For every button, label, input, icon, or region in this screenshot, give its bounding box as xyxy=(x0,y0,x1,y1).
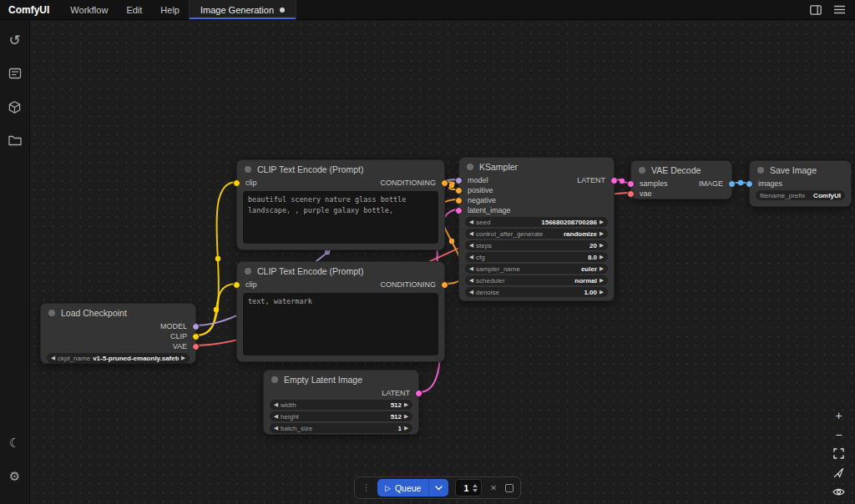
input-port-vae[interactable] xyxy=(627,190,635,198)
widget-batch-size[interactable]: ◀ batch_size 1 ▶ xyxy=(270,423,412,433)
prompt-text-area[interactable]: text, watermark xyxy=(243,293,438,355)
link-midpoint-dot[interactable] xyxy=(215,256,220,261)
decrement-icon[interactable]: ◀ xyxy=(469,290,473,295)
decrement-icon[interactable]: ◀ xyxy=(469,231,473,237)
increment-icon[interactable] xyxy=(473,484,478,487)
widget-sampler-name[interactable]: ◀ sampler_name euler ▶ xyxy=(465,264,608,274)
node-header[interactable]: Load Checkpoint xyxy=(41,304,195,321)
node-clip-text-encode-positive[interactable]: CLIP Text Encode (Prompt) clip CONDITION… xyxy=(236,159,445,250)
node-canvas[interactable]: Load Checkpoint MODEL CLIP VAE ◀ ckpt_na… xyxy=(30,20,855,504)
link-midpoint-dot[interactable] xyxy=(214,307,219,312)
increment-icon[interactable]: ▶ xyxy=(600,290,604,295)
link-midpoint-dot[interactable] xyxy=(620,179,625,184)
increment-icon[interactable]: ▶ xyxy=(600,231,604,237)
chevron-down-icon[interactable] xyxy=(429,486,448,491)
output-port-conditioning[interactable] xyxy=(441,281,448,289)
menu-edit[interactable]: Edit xyxy=(117,0,151,19)
decrement-icon[interactable]: ◀ xyxy=(469,243,473,249)
decrement-icon[interactable]: ◀ xyxy=(469,266,473,272)
decrement-icon[interactable]: ◀ xyxy=(469,278,473,284)
increment-icon[interactable]: ▶ xyxy=(600,243,604,249)
link-midpoint-dot[interactable] xyxy=(449,183,454,188)
node-load-checkpoint[interactable]: Load Checkpoint MODEL CLIP VAE ◀ ckpt_na… xyxy=(40,303,196,364)
gear-icon[interactable]: ⚙ xyxy=(3,464,28,489)
queue-button[interactable]: ▷ Queue xyxy=(377,479,448,496)
output-port-model[interactable] xyxy=(192,323,200,330)
node-ksampler[interactable]: KSampler model LATENT positive negative … xyxy=(458,157,615,301)
decrement-icon[interactable]: ◀ xyxy=(469,255,473,260)
history-icon[interactable]: ↺ xyxy=(3,28,28,53)
widget-height[interactable]: ◀ height 512 ▶ xyxy=(270,411,412,421)
node-header[interactable]: Save Image xyxy=(750,161,851,179)
input-port-positive[interactable] xyxy=(455,187,463,194)
node-header[interactable]: CLIP Text Encode (Prompt) xyxy=(237,262,444,280)
node-header[interactable]: KSampler xyxy=(459,158,614,175)
output-port-latent[interactable] xyxy=(415,390,422,397)
input-port-clip[interactable] xyxy=(233,179,240,187)
collapse-dot[interactable] xyxy=(639,167,645,174)
widget-denoise[interactable]: ◀ denoise 1.00 ▶ xyxy=(465,287,608,297)
input-port-images[interactable] xyxy=(746,180,753,188)
tab-image-generation[interactable]: Image Generation xyxy=(189,0,296,19)
widget-scheduler[interactable]: ◀ scheduler normal ▶ xyxy=(465,275,608,285)
queue-icon[interactable] xyxy=(3,61,28,86)
node-empty-latent-image[interactable]: Empty Latent Image LATENT ◀ width 512 ▶ … xyxy=(263,370,419,435)
toggle-links-eye-icon[interactable] xyxy=(832,486,846,498)
increment-icon[interactable]: ▶ xyxy=(600,255,604,260)
input-port-clip[interactable] xyxy=(233,281,240,289)
output-port-image[interactable] xyxy=(728,180,736,188)
collapse-dot[interactable] xyxy=(245,268,251,275)
node-library-icon[interactable] xyxy=(3,94,28,119)
output-port-clip[interactable] xyxy=(192,333,200,340)
input-port-model[interactable] xyxy=(455,177,463,184)
node-vae-decode[interactable]: VAE Decode samples IMAGE vae xyxy=(630,160,732,199)
drag-handle-icon[interactable]: ⋮ xyxy=(362,483,371,492)
decrement-icon[interactable] xyxy=(473,489,478,492)
output-port-latent[interactable] xyxy=(610,177,618,184)
increment-icon[interactable]: ▶ xyxy=(404,426,408,431)
decrement-icon[interactable]: ◀ xyxy=(469,219,473,225)
fit-view-icon[interactable] xyxy=(832,447,846,460)
increment-icon[interactable]: ▶ xyxy=(181,355,185,361)
decrement-icon[interactable]: ◀ xyxy=(51,355,55,361)
input-port-latent-image[interactable] xyxy=(455,207,463,214)
output-port-conditioning[interactable] xyxy=(441,179,448,187)
stop-icon[interactable] xyxy=(505,484,514,492)
zoom-out-icon[interactable]: − xyxy=(832,428,846,441)
widget-steps[interactable]: ◀ steps 20 ▶ xyxy=(465,240,608,250)
collapse-dot[interactable] xyxy=(271,376,278,383)
widget-ckpt-name[interactable]: ◀ ckpt_name v1-5-pruned-emaonly.safete..… xyxy=(47,353,190,363)
collapse-dot[interactable] xyxy=(48,310,55,316)
node-save-image[interactable]: Save Image images filename_prefix ComfyU… xyxy=(749,160,852,207)
menu-workflow[interactable]: Workflow xyxy=(61,0,117,19)
increment-icon[interactable]: ▶ xyxy=(404,414,408,420)
collapse-dot[interactable] xyxy=(757,167,764,174)
batch-count-stepper[interactable]: 1 xyxy=(455,479,482,496)
widget-seed[interactable]: ◀ seed 156680208700286 ▶ xyxy=(465,217,608,227)
menu-help[interactable]: Help xyxy=(151,0,189,19)
moon-icon[interactable]: ☾ xyxy=(3,431,28,456)
node-header[interactable]: CLIP Text Encode (Prompt) xyxy=(237,160,444,178)
hamburger-menu-icon[interactable] xyxy=(830,2,848,18)
pan-tool-icon[interactable] xyxy=(832,466,846,479)
clear-queue-icon[interactable]: × xyxy=(488,481,498,494)
collapse-dot[interactable] xyxy=(245,166,251,173)
link-midpoint-dot[interactable] xyxy=(449,239,454,244)
input-port-samples[interactable] xyxy=(627,180,635,188)
input-port-negative[interactable] xyxy=(455,197,463,204)
prompt-text-area[interactable]: beautiful scenery nature glass bottle la… xyxy=(243,191,438,244)
workflows-icon[interactable] xyxy=(3,128,28,153)
decrement-icon[interactable]: ◀ xyxy=(274,426,278,431)
widget-filename-prefix[interactable]: filename_prefix ComfyUI xyxy=(756,190,845,200)
node-header[interactable]: Empty Latent Image xyxy=(264,370,418,388)
link-midpoint-dot[interactable] xyxy=(738,180,743,185)
widget-width[interactable]: ◀ width 512 ▶ xyxy=(270,400,412,410)
increment-icon[interactable]: ▶ xyxy=(404,402,408,408)
collapse-dot[interactable] xyxy=(467,164,473,170)
output-port-vae[interactable] xyxy=(192,343,200,350)
increment-icon[interactable]: ▶ xyxy=(600,266,604,272)
node-clip-text-encode-negative[interactable]: CLIP Text Encode (Prompt) clip CONDITION… xyxy=(236,261,445,362)
decrement-icon[interactable]: ◀ xyxy=(274,402,278,408)
panel-toggle-icon[interactable] xyxy=(807,2,825,18)
zoom-in-icon[interactable]: + xyxy=(832,409,846,421)
